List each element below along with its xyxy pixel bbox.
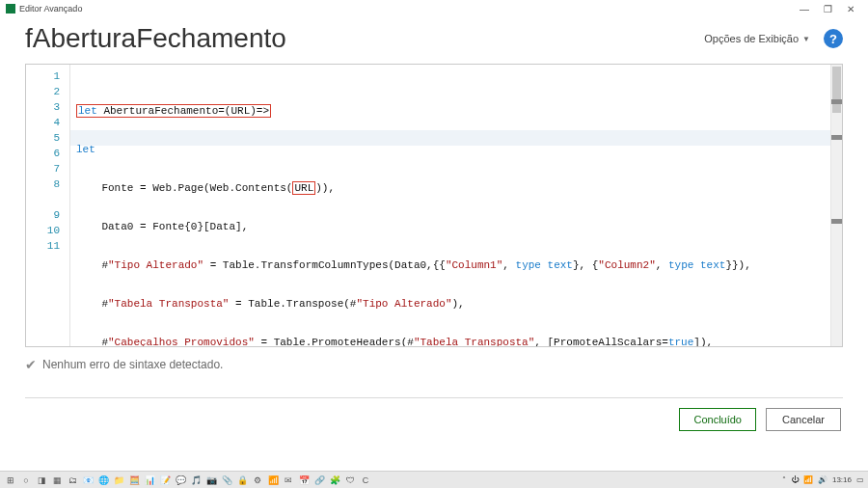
scrollbar-thumb[interactable] xyxy=(832,67,841,113)
page-title: fAberturaFechamento xyxy=(25,23,704,54)
taskbar-app-icon[interactable]: 🧮 xyxy=(127,474,141,486)
taskbar-app-icon[interactable]: ⊞ xyxy=(4,474,17,486)
tray-icon[interactable]: ˄ xyxy=(782,475,786,484)
taskbar-app-icon[interactable]: 📷 xyxy=(204,474,218,486)
taskbar-app-icon[interactable]: 🎵 xyxy=(189,474,203,486)
taskbar-app-icon[interactable]: 🔗 xyxy=(312,474,326,486)
taskbar-app-icon[interactable]: 📁 xyxy=(112,474,125,486)
line-number xyxy=(26,192,69,207)
taskbar-app-icon[interactable]: 📊 xyxy=(143,474,156,486)
taskbar-app-icon[interactable]: 🌐 xyxy=(96,474,110,486)
code-line: Data0 = Fonte{0}[Data], xyxy=(76,219,825,234)
taskbar-app-icon[interactable]: 💬 xyxy=(174,474,187,486)
line-number: 11 xyxy=(26,238,69,254)
code-line: let AberturaFechamento=(URL)=> xyxy=(76,103,825,119)
taskbar-app-icon[interactable]: ⚙ xyxy=(251,474,264,486)
maximize-button[interactable]: ❐ xyxy=(816,4,839,14)
line-number: 9 xyxy=(26,207,69,223)
line-number: 8 xyxy=(26,176,69,192)
scrollbar-marker xyxy=(831,135,842,140)
display-options-dropdown[interactable]: Opções de Exibição ▼ xyxy=(704,33,810,44)
code-line: #"Tabela Transposta" = Table.Transpose(#… xyxy=(76,296,825,312)
taskbar-app-icon[interactable]: ▦ xyxy=(50,474,64,486)
vertical-scrollbar[interactable] xyxy=(830,65,842,346)
notification-icon[interactable]: ▭ xyxy=(856,475,864,484)
taskbar-app-icon[interactable]: 🛡 xyxy=(343,474,357,486)
windows-taskbar[interactable]: ⊞○◨▦🗂📧🌐📁🧮📊📝💬🎵📷📎🔒⚙📶✉📅🔗🧩🛡C ˄⏻📶🔊 13:16 ▭ xyxy=(0,471,868,488)
dialog-buttons: Concluído Cancelar xyxy=(0,398,868,431)
taskbar-app-icon[interactable]: 📎 xyxy=(220,474,233,486)
window-titlebar: Editor Avançado — ❐ ✕ xyxy=(0,0,868,17)
taskbar-app-icon[interactable]: 📅 xyxy=(297,474,311,486)
taskbar-app-icon[interactable]: ○ xyxy=(19,474,33,486)
window-title: Editor Avançado xyxy=(19,4,82,14)
display-options-label: Opções de Exibição xyxy=(704,33,799,44)
taskbar-icons[interactable]: ⊞○◨▦🗂📧🌐📁🧮📊📝💬🎵📷📎🔒⚙📶✉📅🔗🧩🛡C xyxy=(4,474,374,486)
tray-icon[interactable]: ⏻ xyxy=(791,475,799,484)
taskbar-app-icon[interactable]: 🧩 xyxy=(328,474,341,486)
status-text: Nenhum erro de sintaxe detectado. xyxy=(42,358,223,371)
line-number: 5 xyxy=(26,130,69,146)
scrollbar-marker xyxy=(831,99,842,104)
check-icon: ✔ xyxy=(25,357,37,372)
chevron-down-icon: ▼ xyxy=(802,35,810,43)
line-number: 6 xyxy=(26,146,69,161)
code-line: #"Cabeçalhos Promovidos" = Table.Promote… xyxy=(76,335,825,346)
code-editor[interactable]: 1 2 3 4 5 6 7 8 9 10 11 let AberturaFech… xyxy=(25,64,843,347)
taskbar-app-icon[interactable]: 📧 xyxy=(81,474,95,486)
help-icon[interactable]: ? xyxy=(824,29,843,48)
line-number: 7 xyxy=(26,161,69,176)
system-tray[interactable]: ˄⏻📶🔊 13:16 ▭ xyxy=(782,475,864,484)
line-number: 10 xyxy=(26,223,69,238)
line-number: 2 xyxy=(26,84,69,99)
editor-header: fAberturaFechamento Opções de Exibição ▼… xyxy=(0,17,868,60)
tray-icon[interactable]: 🔊 xyxy=(818,475,827,484)
line-number: 3 xyxy=(26,99,69,115)
cancel-button[interactable]: Cancelar xyxy=(766,408,841,431)
code-line: let xyxy=(76,142,825,157)
code-area[interactable]: let AberturaFechamento=(URL)=> let Fonte… xyxy=(70,65,830,346)
taskbar-app-icon[interactable]: 🗂 xyxy=(66,474,79,486)
close-button[interactable]: ✕ xyxy=(839,4,862,14)
taskbar-app-icon[interactable]: 📶 xyxy=(266,474,280,486)
taskbar-app-icon[interactable]: ✉ xyxy=(282,474,295,486)
taskbar-app-icon[interactable]: ◨ xyxy=(35,474,48,486)
clock[interactable]: 13:16 xyxy=(832,475,852,484)
line-number-gutter: 1 2 3 4 5 6 7 8 9 10 11 xyxy=(26,65,70,346)
taskbar-app-icon[interactable]: 🔒 xyxy=(235,474,249,486)
done-button[interactable]: Concluído xyxy=(679,408,756,431)
tray-icon[interactable]: 📶 xyxy=(803,475,813,484)
minimize-button[interactable]: — xyxy=(793,4,816,14)
line-number: 4 xyxy=(26,115,69,130)
code-line: #"Tipo Alterado" = Table.TransformColumn… xyxy=(76,258,825,273)
syntax-status: ✔ Nenhum erro de sintaxe detectado. xyxy=(25,357,843,372)
line-number: 1 xyxy=(26,68,69,84)
taskbar-app-icon[interactable]: C xyxy=(359,474,372,486)
scrollbar-marker xyxy=(831,219,842,224)
app-icon xyxy=(6,4,15,14)
taskbar-app-icon[interactable]: 📝 xyxy=(158,474,172,486)
code-line: Fonte = Web.Page(Web.Contents(URL)), xyxy=(76,180,825,196)
